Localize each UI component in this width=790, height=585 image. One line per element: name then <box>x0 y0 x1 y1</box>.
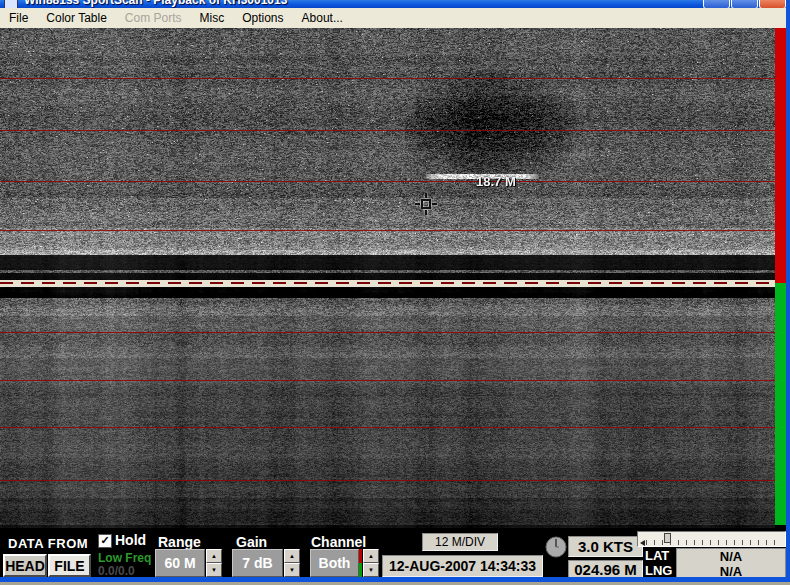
lng-label: LNG <box>645 563 672 578</box>
range-grid-line <box>0 230 775 231</box>
up-arrow-icon: ▲ <box>368 553 374 559</box>
range-grid-line <box>0 181 775 182</box>
measurement-readout: 18.7 M <box>476 174 516 189</box>
centerline-dashes <box>0 282 775 284</box>
range-grid-line <box>0 480 775 481</box>
towfish-centerline <box>0 280 775 287</box>
slider-left-arrow-icon <box>640 540 645 546</box>
lat-label: LAT <box>645 548 669 563</box>
head-button[interactable]: HEAD <box>3 554 47 577</box>
range-grid-line <box>0 427 775 428</box>
starboard-channel-strip <box>775 283 786 525</box>
channel-spinner: ▲ ▼ <box>363 549 379 577</box>
app-icon <box>4 0 18 8</box>
range-down-button[interactable]: ▼ <box>206 563 222 577</box>
gain-label: Gain <box>236 534 267 550</box>
minimize-button-icon[interactable] <box>703 0 730 8</box>
down-arrow-icon: ▼ <box>211 567 217 573</box>
lat-lng-values: N/A N/A <box>676 548 786 580</box>
crosshair-cursor-icon <box>414 192 438 216</box>
range-grid-line <box>0 332 775 333</box>
application-window: Win881ss SportScan - Playback of KH30010… <box>0 0 790 585</box>
frequency-value: 0.0/0.0 <box>98 564 135 578</box>
gain-up-button[interactable]: ▲ <box>284 549 300 563</box>
channel-up-button[interactable]: ▲ <box>363 549 379 563</box>
menu-about[interactable]: About... <box>293 9 352 27</box>
down-arrow-icon: ▼ <box>289 567 295 573</box>
range-spinner: ▲ ▼ <box>206 549 222 577</box>
range-label: Range <box>158 534 201 550</box>
channel-label: Channel <box>311 534 366 550</box>
window-border-right <box>786 0 790 582</box>
menu-misc[interactable]: Misc <box>191 9 234 27</box>
scale-per-division: 12 M/DIV <box>422 533 498 551</box>
range-grid-line <box>0 78 775 79</box>
gain-value: 7 dB <box>232 549 283 577</box>
control-panel: DATA FROM HEAD FILE ✓ Hold Low Freq 0.0/… <box>0 528 786 577</box>
speed-readout: 3.0 KTS <box>568 536 643 557</box>
menu-file[interactable]: File <box>0 9 37 27</box>
gain-spinner: ▲ ▼ <box>284 549 300 577</box>
channel-color-indicator <box>359 549 362 577</box>
sonar-display[interactable]: 18.7 M <box>0 28 786 528</box>
maximize-button-icon[interactable] <box>731 0 758 8</box>
hold-checkbox[interactable]: ✓ <box>98 534 112 548</box>
frequency-mode-label: Low Freq <box>98 551 151 565</box>
menu-color-table[interactable]: Color Table <box>37 9 115 27</box>
channel-value: Both <box>310 549 359 577</box>
up-arrow-icon: ▲ <box>211 553 217 559</box>
range-up-button[interactable]: ▲ <box>206 549 222 563</box>
datetime-readout: 12-AUG-2007 14:34:33 <box>382 555 543 577</box>
file-button[interactable]: FILE <box>48 554 91 577</box>
range-grid-line <box>0 380 775 381</box>
range-grid-line <box>0 130 775 131</box>
up-arrow-icon: ▲ <box>289 553 295 559</box>
slider-thumb[interactable] <box>664 533 671 543</box>
gain-down-button[interactable]: ▼ <box>284 563 300 577</box>
port-channel-strip <box>775 28 786 283</box>
title-bar[interactable]: Win881ss SportScan - Playback of KH30010… <box>0 0 790 8</box>
menu-bar: File Color Table Com Ports Misc Options … <box>0 8 786 29</box>
distance-readout: 024.96 M <box>568 560 643 578</box>
data-from-label: DATA FROM <box>8 536 88 551</box>
window-title: Win881ss SportScan - Playback of KH30010… <box>24 0 287 7</box>
range-value: 60 M <box>155 549 205 577</box>
hold-label: Hold <box>115 532 146 548</box>
close-button-icon[interactable] <box>759 0 786 8</box>
clock-icon <box>545 536 568 559</box>
playback-slider[interactable] <box>637 531 786 547</box>
down-arrow-icon: ▼ <box>368 567 374 573</box>
sonar-waterfall-image <box>0 28 775 528</box>
menu-options[interactable]: Options <box>233 9 292 27</box>
check-icon: ✓ <box>100 534 109 546</box>
menu-com-ports: Com Ports <box>116 9 191 27</box>
lat-value: N/A <box>720 549 742 564</box>
channel-down-button[interactable]: ▼ <box>363 563 379 577</box>
